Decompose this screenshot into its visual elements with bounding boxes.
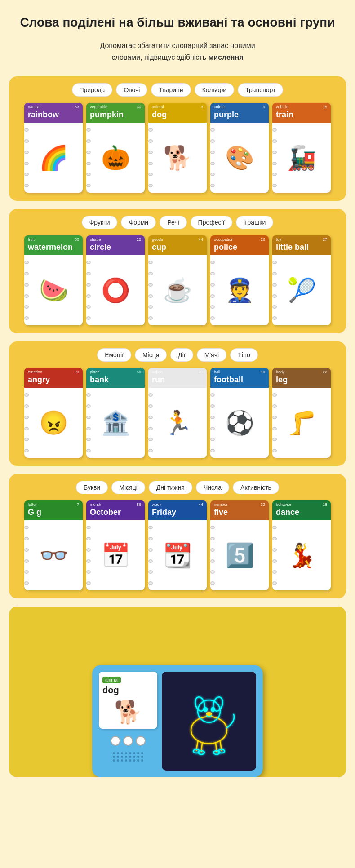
category-pill[interactable]: Дії xyxy=(170,348,193,362)
card-word: football xyxy=(210,375,269,388)
category-pill[interactable]: М'ячі xyxy=(197,348,226,362)
card-number: 44 xyxy=(199,502,203,507)
device-buttons xyxy=(99,736,157,746)
card-number: 50 xyxy=(137,370,141,374)
category-pill[interactable]: Активність xyxy=(233,481,279,494)
svg-point-6 xyxy=(207,713,211,715)
category-pill[interactable]: Емоції xyxy=(97,348,131,362)
card-image-area: 🍉 xyxy=(24,255,83,325)
card-top: emotion23 xyxy=(24,368,83,375)
card-image-area: 🎾 xyxy=(272,255,331,325)
category-pill[interactable]: Букви xyxy=(76,481,108,494)
card-word: little ball xyxy=(272,243,331,255)
category-pill[interactable]: Професії xyxy=(191,216,232,229)
card-number: 27 xyxy=(323,237,327,242)
flash-card[interactable]: animal3dog🐕 xyxy=(148,103,207,193)
category-pill[interactable]: Форми xyxy=(121,216,156,229)
card-category-label: vehicle xyxy=(276,105,288,109)
card-category-label: behavior xyxy=(276,502,292,507)
card-category-label: action xyxy=(152,370,163,374)
flash-card[interactable]: colour9purple🎨 xyxy=(210,103,269,193)
flash-card[interactable]: number32five5️⃣ xyxy=(210,500,269,590)
flash-card[interactable]: toy27little ball🎾 xyxy=(272,235,331,325)
card-top: month56 xyxy=(86,500,145,508)
card-image: ⭕ xyxy=(99,274,133,307)
card-word: G g xyxy=(24,508,83,520)
flash-card[interactable]: fruit50watermelon🍉 xyxy=(24,235,83,325)
card-number: 15 xyxy=(323,105,327,109)
flash-card[interactable]: goods44cup☕ xyxy=(148,235,207,325)
card-number: 3 xyxy=(201,105,203,109)
flash-card[interactable]: emotion23angry😠 xyxy=(24,368,83,458)
card-image-area: 🌈 xyxy=(24,123,83,193)
card-number: 23 xyxy=(75,370,79,374)
category-pill[interactable]: Дні тижня xyxy=(149,481,192,494)
category-pill[interactable]: Речі xyxy=(160,216,186,229)
card-word: run xyxy=(148,375,207,388)
flash-card[interactable]: vehicle15train🚂 xyxy=(272,103,331,193)
card-word: angry xyxy=(24,375,83,388)
card-image-area: 🏃 xyxy=(148,388,207,458)
card-number: 44 xyxy=(199,237,203,242)
category-pill[interactable]: Тіло xyxy=(230,348,258,362)
card-image: 🎾 xyxy=(285,274,319,307)
flash-card[interactable]: letter7G g👓 xyxy=(24,500,83,590)
card-category-label: month xyxy=(90,502,101,507)
flash-card[interactable]: body22leg🦵 xyxy=(272,368,331,458)
card-top: vehicle15 xyxy=(272,103,331,110)
card-word: Friday xyxy=(148,508,207,520)
card-image-area: 👓 xyxy=(24,520,83,590)
flash-card[interactable]: month56October📅 xyxy=(86,500,145,590)
device-btn-2[interactable] xyxy=(123,736,133,746)
card-category-label: letter xyxy=(28,502,37,507)
card-image-area: 🐕 xyxy=(148,123,207,193)
category-pill[interactable]: Місця xyxy=(135,348,167,362)
card-category-label: colour xyxy=(214,105,225,109)
card-number: 22 xyxy=(137,237,141,242)
card-image: 🦵 xyxy=(285,406,319,440)
card-category-label: emotion xyxy=(28,370,42,374)
flash-card[interactable]: vegetable30pumpkin🎃 xyxy=(86,103,145,193)
card-image-area: 💃 xyxy=(272,520,331,590)
card-category-label: natural xyxy=(28,105,40,109)
card-word: police xyxy=(210,243,269,255)
card-word: dog xyxy=(148,110,207,123)
category-pills: ЕмоціїМісцяДіїМ'ячіТіло xyxy=(13,348,342,362)
category-pill[interactable]: Овочі xyxy=(116,83,147,97)
device-btn-3[interactable] xyxy=(136,736,146,746)
card-top: natural53 xyxy=(24,103,83,110)
category-pill[interactable]: Іграшки xyxy=(236,216,274,229)
device-speaker xyxy=(99,752,157,762)
category-pill[interactable]: Кольори xyxy=(195,83,235,97)
flash-card[interactable]: action49run🏃 xyxy=(148,368,207,458)
device-btn-1[interactable] xyxy=(111,736,120,746)
flash-card[interactable]: week44Friday📆 xyxy=(148,500,207,590)
main-title: Слова поділені на більш вживані та основ… xyxy=(9,13,346,31)
card-word: pumpkin xyxy=(86,110,145,123)
flash-card[interactable]: natural53rainbow🌈 xyxy=(24,103,83,193)
flash-card[interactable]: ball10football⚽ xyxy=(210,368,269,458)
category-pill[interactable]: Фрукти xyxy=(82,216,118,229)
card-number: 26 xyxy=(261,237,265,242)
card-image-area: ⚽ xyxy=(210,388,269,458)
category-pill[interactable]: Транспорт xyxy=(238,83,283,97)
flash-card[interactable]: shape22circle⭕ xyxy=(86,235,145,325)
card-image-area: 🦵 xyxy=(272,388,331,458)
card-category-label: place xyxy=(90,370,100,374)
card-category-label: goods xyxy=(152,237,163,242)
category-pill[interactable]: Місяці xyxy=(111,481,145,494)
category-pill[interactable]: Числа xyxy=(196,481,229,494)
sections-container: ПриродаОвочіТвариниКольориТранспортnatur… xyxy=(9,76,346,598)
card-category-label: vegetable xyxy=(90,105,107,109)
card-image-area: 📆 xyxy=(148,520,207,590)
category-pill[interactable]: Природа xyxy=(72,83,113,97)
category-pill[interactable]: Тварини xyxy=(151,83,191,97)
flash-card[interactable]: occupation26police👮 xyxy=(210,235,269,325)
flash-card[interactable]: place50bank🏦 xyxy=(86,368,145,458)
card-top: behavior18 xyxy=(272,500,331,508)
card-category-label: toy xyxy=(276,237,281,242)
card-top: place50 xyxy=(86,368,145,375)
card-image: 🎨 xyxy=(223,141,257,175)
flash-card[interactable]: behavior18dance💃 xyxy=(272,500,331,590)
svg-point-0 xyxy=(191,717,227,744)
